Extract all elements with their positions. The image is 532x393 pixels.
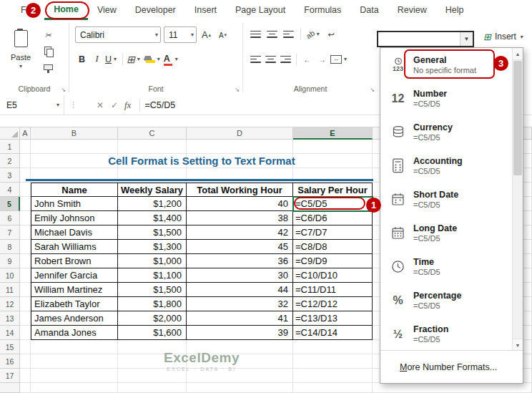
row-header-16[interactable]: 16 (0, 354, 20, 369)
insert-function-button[interactable]: fx (124, 100, 131, 111)
copy-button[interactable] (40, 44, 56, 57)
cell-salary[interactable]: $1,300 (118, 240, 187, 254)
cell-salary[interactable]: $1,500 (118, 283, 187, 297)
formula-bar-content[interactable]: =C5/D5 (144, 100, 175, 110)
dropdown-scrollbar[interactable] (512, 48, 523, 351)
number-format-combobox[interactable] (377, 31, 474, 47)
cell-name[interactable]: Elizabeth Taylor (31, 297, 118, 311)
cell[interactable] (293, 383, 373, 393)
cell[interactable] (20, 240, 31, 254)
cell[interactable] (20, 354, 31, 369)
tab-insert[interactable]: Insert (185, 0, 226, 20)
row-header-15[interactable]: 15 (0, 340, 20, 354)
row-header-3[interactable]: 3 (0, 168, 20, 183)
cell[interactable] (31, 369, 118, 383)
cell-hours[interactable]: 42 (187, 225, 293, 240)
scrollbar-thumb[interactable] (513, 61, 522, 175)
cell-name[interactable]: William Martinez (31, 283, 118, 297)
cell[interactable] (20, 297, 31, 311)
row-header-8[interactable]: 8 (0, 240, 20, 254)
cell[interactable] (293, 340, 373, 354)
align-center-button[interactable] (264, 52, 277, 67)
cell-hours[interactable]: 41 (187, 311, 293, 326)
cell[interactable] (31, 354, 118, 369)
cell[interactable] (20, 225, 31, 240)
cell[interactable] (20, 340, 31, 354)
cell[interactable] (118, 140, 187, 154)
cell-hours[interactable]: 45 (187, 240, 293, 254)
cell-hours[interactable]: 32 (187, 297, 293, 311)
cell[interactable] (293, 354, 373, 369)
align-left-button[interactable] (249, 52, 262, 67)
cell-formula-text[interactable]: =C6/D6 (293, 211, 373, 225)
row-header-7[interactable]: 7 (0, 225, 20, 240)
insert-cells-button[interactable]: Insert (483, 29, 523, 44)
row-header-6[interactable]: 6 (0, 211, 20, 225)
cell[interactable] (31, 340, 118, 354)
tab-view[interactable]: View (88, 0, 126, 20)
cell-salary[interactable]: $1,100 (118, 268, 187, 283)
active-cell-e5[interactable]: =C5/D5 (293, 197, 373, 211)
scroll-down-icon[interactable] (513, 339, 523, 351)
cell[interactable] (293, 369, 373, 383)
cell[interactable] (20, 268, 31, 283)
cell-formula-text[interactable]: =C13/D13 (293, 311, 373, 326)
cell[interactable] (373, 383, 532, 393)
cell-formula-text[interactable]: =C12/D12 (293, 297, 373, 311)
more-number-formats-item[interactable]: More Number Formats... (380, 350, 523, 383)
table-header-weekly-salary[interactable]: Weekly Salary (118, 183, 187, 197)
cell-formula-text[interactable]: =C9/D9 (293, 254, 373, 268)
cell[interactable] (20, 254, 31, 268)
underline-button[interactable]: U (105, 52, 119, 67)
row-header-11[interactable]: 11 (0, 283, 20, 297)
cell[interactable] (20, 183, 31, 197)
tab-help[interactable]: Help (436, 0, 473, 20)
column-header-b[interactable]: B (31, 127, 118, 140)
cell-salary[interactable]: $1,000 (118, 254, 187, 268)
increase-indent-button[interactable] (315, 52, 329, 67)
tab-page-layout[interactable]: Page Layout (226, 0, 295, 20)
cell-hours[interactable]: 30 (187, 268, 293, 283)
cell-hours[interactable]: 36 (187, 254, 293, 268)
merge-center-button[interactable] (330, 52, 349, 67)
decrease-font-size-button[interactable] (216, 27, 230, 42)
cell[interactable] (20, 311, 31, 326)
column-header-c[interactable]: C (118, 127, 187, 140)
cell[interactable] (293, 140, 373, 154)
middle-align-button[interactable] (265, 26, 279, 42)
cell-name[interactable]: Michael Davis (31, 225, 118, 240)
format-option-short-date[interactable]: Short Date =C5/D5 (380, 183, 512, 216)
row-header-12[interactable]: 12 (0, 297, 20, 311)
cell-name[interactable]: John Smith (31, 197, 118, 211)
format-option-number[interactable]: 12 Number =C5/D5 (380, 82, 512, 115)
enter-icon[interactable] (107, 98, 122, 112)
row-header-10[interactable]: 10 (0, 268, 20, 283)
row-header-2[interactable]: 2 (0, 154, 20, 168)
borders-button[interactable] (127, 52, 142, 67)
cell-salary[interactable]: $2,000 (118, 311, 187, 326)
paste-button[interactable]: Paste (6, 26, 36, 80)
format-option-long-date[interactable]: Long Date =C5/D5 (380, 216, 512, 250)
tab-review[interactable]: Review (388, 0, 436, 20)
cell-formula-text[interactable]: =C7/D7 (293, 225, 373, 240)
cell-name[interactable]: Jennifer Garcia (31, 268, 118, 283)
format-option-accounting[interactable]: Accounting =C5/D5 (380, 149, 512, 183)
cancel-icon[interactable] (93, 98, 107, 112)
cell[interactable] (31, 383, 118, 393)
font-dialog-launcher[interactable] (235, 87, 240, 93)
format-option-percentage[interactable]: % Percentage =C5/D5 (380, 283, 512, 317)
cell[interactable] (20, 154, 31, 168)
column-header-d[interactable]: D (187, 127, 293, 140)
select-all-button[interactable] (0, 127, 20, 140)
scroll-up-icon[interactable] (513, 48, 523, 60)
increase-font-size-button[interactable] (200, 27, 213, 42)
font-size-combobox[interactable]: 11 (164, 26, 197, 43)
cell-salary[interactable]: $1,500 (118, 225, 187, 240)
table-header-name[interactable]: Name (31, 183, 118, 197)
orientation-button[interactable] (306, 26, 322, 42)
tab-formulas[interactable]: Formulas (295, 0, 350, 20)
table-header-total-working-hour[interactable]: Total Working Hour (187, 183, 293, 197)
table-header-salary-per-hour[interactable]: Salary Per Hour (293, 183, 373, 197)
align-right-button[interactable] (279, 52, 292, 67)
tab-developer[interactable]: Developer (126, 0, 185, 20)
